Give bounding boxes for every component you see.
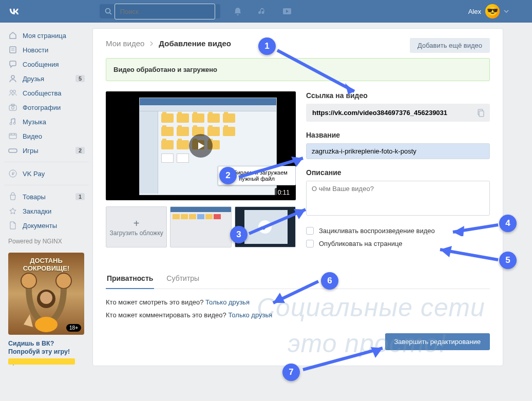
powered-by: Powered by NGINX: [4, 233, 89, 250]
svg-line-39: [303, 348, 383, 370]
username: Alex: [468, 8, 481, 15]
add-more-video-button[interactable]: Добавить ещё видео: [410, 38, 490, 53]
sidebar-item-music[interactable]: Музыка: [4, 114, 89, 129]
chevron-down-icon: [504, 10, 509, 13]
desc-label: Описание: [306, 168, 490, 177]
sidebar-item-groups[interactable]: Сообщества: [4, 86, 89, 100]
sidebar-item-bookmarks[interactable]: Закладки: [4, 204, 89, 218]
header: Alex 😎: [0, 0, 532, 23]
tab-subtitles[interactable]: Субтитры: [165, 268, 200, 289]
privacy-comment-row: Кто может комментировать это видео? Толь…: [106, 311, 490, 319]
svg-line-27: [277, 50, 354, 91]
sidebar-item-docs[interactable]: Документы: [4, 218, 89, 233]
svg-point-22: [35, 317, 58, 332]
search-icon: [105, 8, 111, 15]
thumbnail-1[interactable]: [170, 206, 231, 247]
sidebar-item-games[interactable]: Игры2: [4, 143, 89, 158]
search-box[interactable]: [100, 4, 220, 18]
marker-7: 7: [282, 364, 300, 381]
sidebar: Моя страница Новости Сообщения Друзья5 С…: [4, 28, 89, 366]
vk-logo[interactable]: [8, 5, 20, 17]
svg-point-12: [10, 123, 12, 125]
svg-point-7: [10, 90, 13, 93]
sidebar-item-my-page[interactable]: Моя страница: [4, 28, 89, 43]
description-input[interactable]: [306, 181, 490, 216]
svg-point-13: [13, 122, 15, 124]
sidebar-item-vkpay[interactable]: ₽VK Pay: [4, 166, 89, 181]
video-preview[interactable]: Выбираем и загружаем нужный файл 0:11: [106, 91, 296, 200]
privacy-view-link[interactable]: Только друзья: [205, 298, 250, 306]
video-link: https://vk.com/video384697376_456239031: [306, 104, 490, 122]
marker-1: 1: [258, 37, 276, 55]
svg-point-8: [13, 90, 16, 93]
breadcrumb-root[interactable]: Мои видео: [106, 39, 144, 48]
svg-point-20: [21, 273, 36, 289]
marker-5: 5: [499, 252, 517, 269]
svg-rect-26: [479, 111, 484, 117]
svg-rect-3: [10, 47, 16, 53]
svg-rect-14: [9, 133, 16, 139]
header-icons: [233, 7, 292, 16]
privacy-comment-link[interactable]: Только друзья: [228, 311, 272, 319]
svg-point-24: [40, 292, 52, 304]
sidebar-item-video[interactable]: Видео: [4, 129, 89, 143]
svg-line-29: [239, 158, 303, 177]
svg-marker-40: [371, 347, 383, 358]
video-header-icon[interactable]: [282, 7, 292, 16]
finish-editing-button[interactable]: Завершить редактирование: [385, 333, 490, 350]
music-header-icon[interactable]: [258, 7, 267, 16]
chevron-right-icon: [149, 41, 154, 47]
svg-marker-36: [440, 246, 452, 257]
marker-3: 3: [230, 226, 248, 243]
svg-line-1: [110, 13, 111, 14]
promo-title[interactable]: Сидишь в ВК? Попробуй эту игру!: [4, 337, 89, 358]
marker-4: 4: [499, 215, 517, 232]
svg-point-0: [106, 9, 110, 13]
title-input[interactable]: [306, 143, 490, 159]
upload-cover-button[interactable]: + Загрузить обложку: [106, 206, 167, 247]
sidebar-item-market[interactable]: Товары1: [4, 189, 89, 204]
sidebar-item-messages[interactable]: Сообщения: [4, 57, 89, 71]
title-label: Название: [306, 131, 490, 139]
svg-point-21: [56, 273, 71, 289]
marker-2: 2: [219, 167, 237, 184]
svg-point-10: [12, 107, 14, 109]
promo-footer: [8, 358, 75, 365]
user-menu[interactable]: Alex 😎: [468, 4, 509, 18]
svg-text:₽: ₽: [12, 171, 14, 176]
svg-point-6: [11, 75, 14, 79]
sidebar-item-news[interactable]: Новости: [4, 43, 89, 57]
sidebar-item-photos[interactable]: Фотографии: [4, 100, 89, 114]
video-duration: 0:11: [275, 188, 293, 197]
copy-icon[interactable]: [477, 109, 485, 117]
bell-icon[interactable]: [233, 7, 242, 16]
promo-banner[interactable]: ДОСТАНЬ СОКРОВИЩЕ! 18+: [8, 253, 84, 335]
search-input[interactable]: [115, 4, 215, 20]
sidebar-item-friends[interactable]: Друзья5: [4, 71, 89, 86]
tab-privacy[interactable]: Приватность: [106, 268, 154, 289]
play-icon[interactable]: [189, 134, 213, 158]
marker-6: 6: [321, 272, 338, 290]
avatar: 😎: [485, 4, 500, 18]
breadcrumb-current: Добавление видео: [159, 39, 231, 48]
